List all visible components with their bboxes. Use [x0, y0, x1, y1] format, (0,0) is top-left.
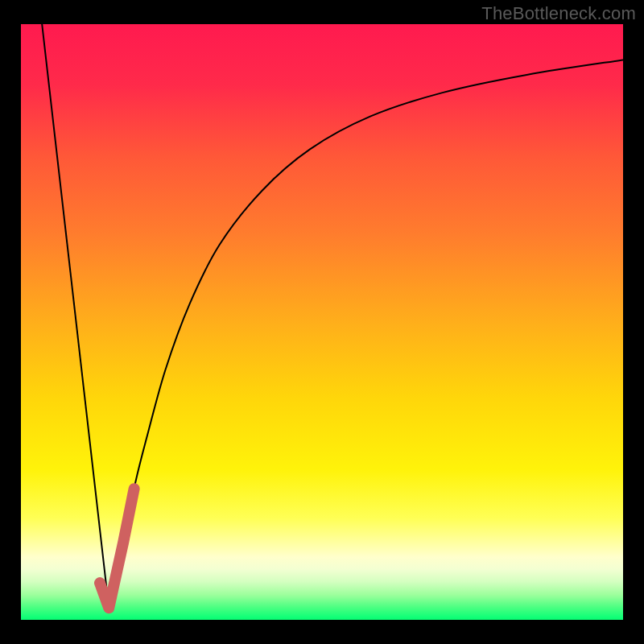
watermark-text: TheBottleneck.com	[481, 3, 636, 24]
marker-j-shape	[100, 489, 134, 608]
right-asymptote-curve	[109, 60, 623, 608]
plot-area	[21, 24, 623, 620]
root-container: TheBottleneck.com	[0, 0, 644, 644]
left-slope-curve	[42, 24, 109, 608]
curve-overlay	[21, 24, 623, 620]
